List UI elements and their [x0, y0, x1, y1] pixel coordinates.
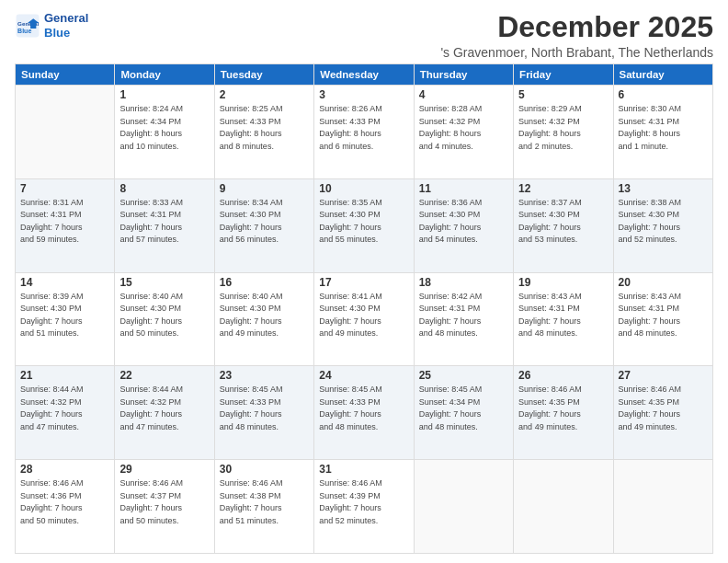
day-cell: 27Sunrise: 8:46 AMSunset: 4:35 PMDayligh…: [613, 366, 712, 460]
day-info: Sunrise: 8:43 AM: [619, 291, 708, 304]
day-number: 20: [619, 276, 708, 289]
day-info: and 10 minutes.: [119, 141, 209, 154]
day-info: Sunrise: 8:37 AM: [518, 197, 608, 210]
day-number: 29: [119, 463, 209, 476]
header-row: SundayMondayTuesdayWednesdayThursdayFrid…: [16, 64, 713, 86]
day-cell: 4Sunrise: 8:28 AMSunset: 4:32 PMDaylight…: [414, 86, 513, 179]
day-info: Daylight: 7 hours: [319, 316, 408, 328]
col-header-wednesday: Wednesday: [314, 64, 414, 86]
day-info: Daylight: 7 hours: [319, 408, 408, 421]
day-info: Sunrise: 8:34 AM: [220, 197, 309, 210]
day-info: and 52 minutes.: [619, 234, 708, 247]
logo-icon: General Blue: [15, 13, 40, 39]
day-info: Daylight: 7 hours: [20, 502, 109, 515]
week-row-5: 28Sunrise: 8:46 AMSunset: 4:36 PMDayligh…: [16, 460, 713, 554]
day-info: Sunset: 4:30 PM: [220, 303, 309, 316]
day-info: Daylight: 7 hours: [20, 222, 109, 235]
day-cell: 31Sunrise: 8:46 AMSunset: 4:39 PMDayligh…: [314, 460, 414, 554]
day-info: Sunset: 4:32 PM: [419, 116, 508, 129]
day-info: Daylight: 7 hours: [119, 502, 209, 515]
location-title: 's Gravenmoer, North Brabant, The Nether…: [440, 45, 713, 60]
day-info: and 4 minutes.: [419, 141, 508, 154]
day-cell: 26Sunrise: 8:46 AMSunset: 4:35 PMDayligh…: [514, 366, 613, 460]
logo: General Blue General Blue: [15, 11, 88, 40]
day-info: Sunset: 4:30 PM: [319, 303, 408, 316]
day-info: Sunset: 4:35 PM: [619, 396, 708, 409]
day-info: and 49 minutes.: [220, 327, 309, 340]
day-info: Sunrise: 8:25 AM: [220, 103, 309, 116]
day-info: and 49 minutes.: [619, 421, 708, 434]
day-info: Sunset: 4:30 PM: [119, 303, 209, 316]
day-cell: 17Sunrise: 8:41 AMSunset: 4:30 PMDayligh…: [314, 272, 414, 366]
day-info: Daylight: 7 hours: [119, 408, 209, 421]
day-info: Daylight: 8 hours: [319, 128, 408, 141]
day-number: 4: [419, 88, 508, 101]
day-cell: [613, 460, 712, 554]
day-number: 13: [619, 182, 708, 195]
day-info: Sunset: 4:33 PM: [319, 396, 408, 409]
day-info: Sunset: 4:30 PM: [419, 209, 508, 222]
day-info: Sunrise: 8:28 AM: [419, 103, 508, 116]
day-info: Sunrise: 8:29 AM: [518, 103, 608, 116]
day-info: Daylight: 8 hours: [419, 128, 508, 141]
day-info: and 48 minutes.: [419, 327, 508, 340]
day-info: Sunrise: 8:44 AM: [119, 384, 209, 396]
col-header-monday: Monday: [115, 64, 214, 86]
day-info: Sunrise: 8:40 AM: [220, 291, 309, 304]
day-info: Daylight: 7 hours: [518, 316, 608, 328]
day-info: Daylight: 7 hours: [419, 222, 508, 235]
day-info: Sunset: 4:32 PM: [518, 116, 608, 129]
calendar-table: SundayMondayTuesdayWednesdayThursdayFrid…: [15, 63, 713, 554]
day-info: and 48 minutes.: [619, 327, 708, 340]
day-info: and 48 minutes.: [518, 327, 608, 340]
day-info: and 1 minute.: [619, 141, 708, 154]
day-cell: 18Sunrise: 8:42 AMSunset: 4:31 PMDayligh…: [414, 272, 513, 366]
day-info: Sunrise: 8:46 AM: [518, 384, 608, 396]
day-info: Sunset: 4:30 PM: [518, 209, 608, 222]
day-info: and 54 minutes.: [419, 234, 508, 247]
day-info: and 56 minutes.: [220, 234, 309, 247]
day-number: 17: [319, 276, 408, 289]
day-info: Sunset: 4:35 PM: [518, 396, 608, 409]
day-info: Sunset: 4:31 PM: [20, 209, 109, 222]
day-number: 18: [419, 276, 508, 289]
day-info: Sunset: 4:31 PM: [619, 303, 708, 316]
day-cell: 3Sunrise: 8:26 AMSunset: 4:33 PMDaylight…: [314, 86, 414, 179]
day-info: Daylight: 8 hours: [518, 128, 608, 141]
day-info: Daylight: 7 hours: [419, 408, 508, 421]
day-info: and 59 minutes.: [20, 234, 109, 247]
day-number: 24: [319, 369, 408, 382]
day-number: 8: [119, 182, 209, 195]
logo-text-general: General: [44, 11, 88, 26]
day-info: Sunset: 4:30 PM: [220, 209, 309, 222]
day-number: 23: [220, 369, 309, 382]
day-cell: 12Sunrise: 8:37 AMSunset: 4:30 PMDayligh…: [514, 178, 613, 272]
day-cell: 10Sunrise: 8:35 AMSunset: 4:30 PMDayligh…: [314, 178, 414, 272]
day-number: 2: [220, 88, 309, 101]
day-info: Daylight: 8 hours: [619, 128, 708, 141]
day-info: Sunrise: 8:46 AM: [319, 477, 408, 490]
day-info: Sunset: 4:31 PM: [619, 116, 708, 129]
day-info: and 48 minutes.: [220, 421, 309, 434]
day-info: and 50 minutes.: [119, 515, 209, 528]
day-number: 28: [20, 463, 109, 476]
day-info: Sunrise: 8:42 AM: [419, 291, 508, 304]
day-info: Sunset: 4:34 PM: [419, 396, 508, 409]
day-cell: 24Sunrise: 8:45 AMSunset: 4:33 PMDayligh…: [314, 366, 414, 460]
day-cell: 11Sunrise: 8:36 AMSunset: 4:30 PMDayligh…: [414, 178, 513, 272]
day-info: Daylight: 7 hours: [419, 316, 508, 328]
day-info: Sunrise: 8:30 AM: [619, 103, 708, 116]
day-info: Daylight: 7 hours: [619, 222, 708, 235]
day-info: Sunset: 4:33 PM: [319, 116, 408, 129]
day-number: 9: [220, 182, 309, 195]
day-info: and 51 minutes.: [220, 515, 309, 528]
day-number: 14: [20, 276, 109, 289]
day-cell: 7Sunrise: 8:31 AMSunset: 4:31 PMDaylight…: [16, 178, 115, 272]
day-info: Sunrise: 8:45 AM: [419, 384, 508, 396]
day-cell: 1Sunrise: 8:24 AMSunset: 4:34 PMDaylight…: [115, 86, 214, 179]
day-number: 7: [20, 182, 109, 195]
day-number: 6: [619, 88, 708, 101]
day-number: 27: [619, 369, 708, 382]
day-info: Sunset: 4:32 PM: [119, 396, 209, 409]
day-info: Sunset: 4:31 PM: [419, 303, 508, 316]
